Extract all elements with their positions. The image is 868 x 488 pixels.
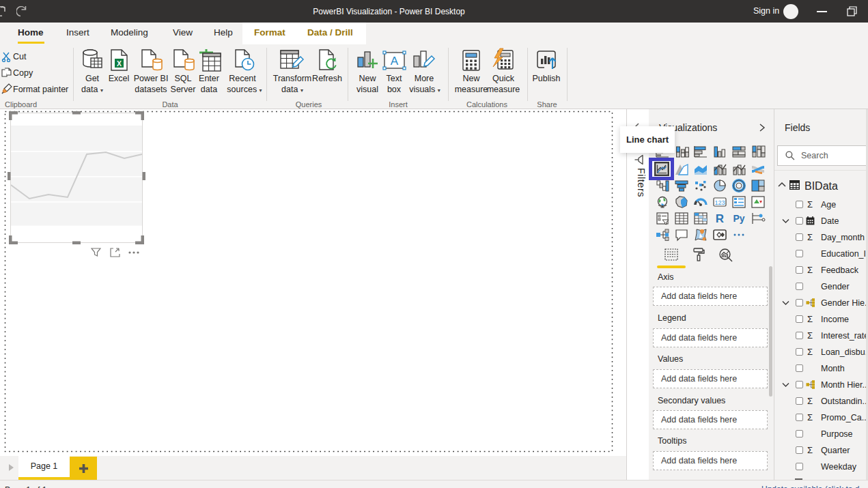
svg-text:R: R (716, 212, 724, 225)
svg-text:123: 123 (714, 199, 725, 206)
svg-text:X: X (117, 59, 122, 68)
svg-text:A: A (391, 55, 399, 68)
svg-text:Py: Py (733, 213, 744, 224)
